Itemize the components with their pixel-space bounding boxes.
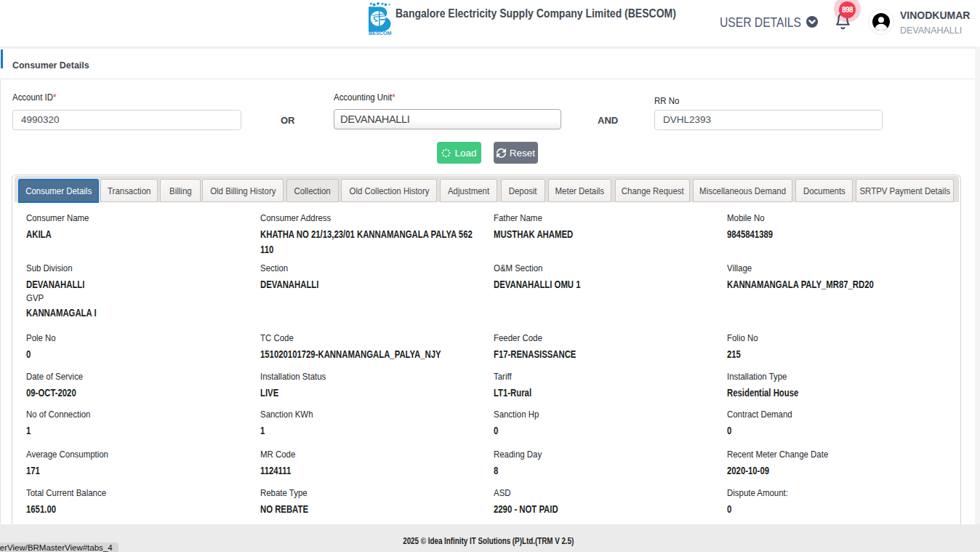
- svg-text:BESCOM: BESCOM: [369, 31, 392, 36]
